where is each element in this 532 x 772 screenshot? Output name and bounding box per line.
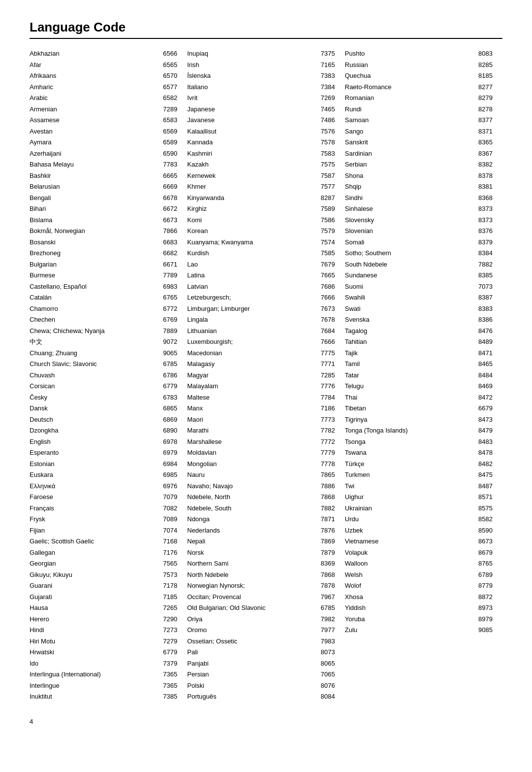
language-code: 8367: [475, 149, 493, 159]
language-name: Tsonga: [345, 437, 475, 447]
language-code: 6783: [160, 393, 177, 403]
language-code: 7865: [317, 470, 335, 480]
language-name: Chuvash: [30, 370, 160, 380]
list-item: Gallegan7176: [30, 548, 177, 558]
language-name: Ivrit: [187, 93, 317, 103]
language-code: 8575: [475, 503, 493, 513]
list-item: Polski8076: [187, 681, 335, 691]
language-code: 7783: [160, 160, 177, 169]
language-name: Limburgan; Limburger: [187, 304, 317, 314]
language-name: Fijian: [30, 526, 160, 536]
language-name: Brezhoneg: [30, 248, 160, 258]
language-code: 7868: [317, 492, 335, 502]
language-name: Samoan: [345, 115, 475, 125]
language-name: Irish: [187, 60, 317, 70]
list-item: Georgian7565: [30, 559, 177, 569]
language-code: 7666: [317, 293, 335, 302]
language-name: Lao: [187, 260, 317, 269]
list-item: Marathi7782: [187, 426, 335, 436]
language-code: 6983: [160, 282, 177, 292]
language-name: Kirghiz: [187, 204, 317, 214]
language-name: Arabic: [30, 93, 160, 103]
language-code: 6589: [160, 137, 177, 147]
language-code: 7679: [317, 260, 335, 269]
list-item: Kannada7578: [187, 137, 335, 147]
language-name: Ndebele, North: [187, 492, 317, 502]
list-item: Deutsch6869: [30, 415, 177, 425]
language-code: 7882: [317, 503, 335, 513]
list-item: Maltese7784: [187, 393, 335, 403]
list-item: Assamese6583: [30, 115, 177, 125]
language-code: 7185: [160, 592, 177, 602]
language-code: 8483: [475, 437, 493, 447]
list-item: Inupiaq7375: [187, 49, 335, 59]
language-code: 6779: [160, 381, 177, 391]
list-item: Suomi7073: [345, 282, 493, 292]
language-code: 7776: [317, 381, 335, 391]
language-name: Latina: [187, 270, 317, 280]
language-code: 9065: [160, 348, 177, 358]
list-item: Volapuk8679: [345, 548, 493, 558]
language-code: 6769: [160, 315, 177, 325]
language-code: 7576: [317, 127, 335, 136]
list-item: Corsican6779: [30, 381, 177, 391]
language-name: Estonian: [30, 459, 160, 469]
column-3: Pushto8083Russian8285Quechua8185Raeto-Ro…: [345, 49, 502, 637]
list-item: Esperanto6979: [30, 448, 177, 458]
language-name: Polski: [187, 681, 317, 691]
language-code: 6569: [160, 127, 177, 136]
language-name: Zulu: [345, 625, 475, 635]
language-code: 8679: [475, 548, 493, 558]
language-name: Bokmål, Norwegian: [30, 226, 160, 236]
language-code: 7586: [317, 215, 335, 225]
list-item: Português8084: [187, 692, 335, 702]
list-item: Hrwatski6779: [30, 647, 177, 657]
list-item: Estonian6984: [30, 459, 177, 469]
language-name: Burmese: [30, 270, 160, 280]
list-item: Raeto-Romance8277: [345, 82, 493, 92]
language-name: Xhosa: [345, 592, 475, 602]
list-item: Tatar8484: [345, 370, 493, 380]
list-item: Ido7379: [30, 659, 177, 669]
language-code: 6772: [160, 304, 177, 314]
list-item: Somali8379: [345, 237, 493, 247]
language-code: 7578: [317, 137, 335, 147]
list-item: Chewa; Chichewa; Nyanja7889: [30, 326, 177, 336]
language-code: 7889: [160, 326, 177, 336]
list-item: Kirghiz7589: [187, 204, 335, 214]
list-item: Herero7290: [30, 614, 177, 624]
list-item: Luxembourgish;7666: [187, 337, 335, 347]
language-name: Komi: [187, 215, 317, 225]
language-code: 6785: [160, 359, 177, 369]
language-name: Pali: [187, 647, 317, 657]
language-code: 7778: [317, 459, 335, 469]
language-name: Aymara: [30, 137, 160, 147]
language-code: 8473: [475, 415, 493, 425]
language-code: 7165: [317, 60, 335, 70]
list-item: Bokmål, Norwegian7866: [30, 226, 177, 236]
language-code: 8765: [475, 559, 493, 569]
language-code: 8484: [475, 370, 493, 380]
list-item: Sanskrit8365: [345, 137, 493, 147]
list-item: Bengali6678: [30, 193, 177, 203]
language-code: 8279: [475, 93, 493, 103]
language-code: 8084: [317, 692, 335, 702]
list-item: Chuang; Zhuang9065: [30, 348, 177, 358]
list-item: Shona8378: [345, 171, 493, 181]
list-item: Azerhaijani6590: [30, 149, 177, 159]
language-name: Tagalog: [345, 326, 475, 336]
list-item: Ελληνικά6976: [30, 481, 177, 491]
list-item: Mongolian7778: [187, 459, 335, 469]
language-name: Luxembourgish;: [187, 337, 317, 347]
list-item: Ndonga7871: [187, 514, 335, 524]
language-code: 7886: [317, 481, 335, 491]
page-number: 4: [30, 718, 502, 725]
list-item: Česky6783: [30, 393, 177, 403]
language-name: Lingala: [187, 315, 317, 325]
language-name: Amharic: [30, 82, 160, 92]
language-code: 8376: [475, 226, 493, 236]
language-name: Italiano: [187, 82, 317, 92]
list-item: Panjabi8065: [187, 659, 335, 669]
language-code: 7878: [317, 581, 335, 591]
language-name: Chewa; Chichewa; Nyanja: [30, 326, 160, 336]
